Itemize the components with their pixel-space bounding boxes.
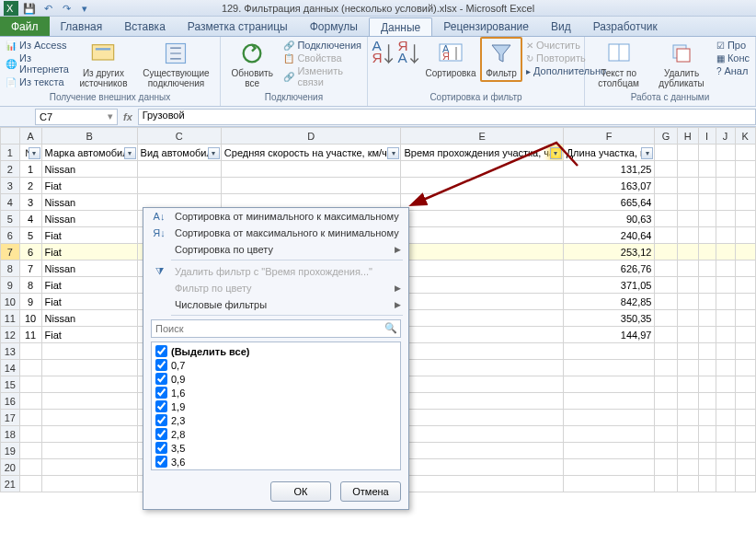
cell-empty[interactable]: [677, 393, 698, 410]
remove-dup-button[interactable]: Удалить дубликаты: [652, 39, 711, 90]
redo-icon[interactable]: ↷: [59, 1, 74, 16]
consolidate-button[interactable]: ▦ Конс: [716, 52, 750, 64]
cell-empty[interactable]: [401, 376, 563, 393]
filter-toggle-D[interactable]: ▾: [387, 147, 399, 159]
cell-empty[interactable]: [677, 360, 698, 376]
number-filters-item[interactable]: Числовые фильтры ▶: [143, 296, 408, 313]
cell-empty[interactable]: [716, 376, 735, 393]
cell-empty[interactable]: [716, 277, 735, 294]
filter-toggle-C[interactable]: ▾: [208, 147, 220, 159]
properties-button[interactable]: 📋 Свойства: [283, 52, 361, 64]
cell-empty[interactable]: [19, 410, 41, 426]
col-header-I[interactable]: I: [698, 128, 716, 145]
undo-icon[interactable]: ↶: [40, 1, 55, 16]
row-header-2[interactable]: 2: [1, 161, 20, 178]
cell-empty[interactable]: [698, 310, 716, 327]
cell-D3[interactable]: [221, 178, 401, 194]
cell-B11[interactable]: Nissan: [41, 310, 137, 327]
row-header-17[interactable]: 17: [1, 410, 20, 426]
cell-empty[interactable]: [655, 310, 677, 327]
cell-empty[interactable]: [735, 294, 755, 310]
edit-links-button[interactable]: 🔗 Изменить связи: [283, 64, 361, 88]
cell-empty[interactable]: [655, 327, 677, 343]
cell-empty[interactable]: [698, 244, 716, 260]
cell-empty[interactable]: [655, 360, 677, 376]
tab-file[interactable]: Файл: [0, 17, 50, 36]
row-header-13[interactable]: 13: [1, 343, 20, 360]
cell-empty[interactable]: [41, 343, 137, 360]
cell-empty[interactable]: [19, 459, 41, 476]
row-header-3[interactable]: 3: [1, 178, 20, 194]
cell-empty[interactable]: [698, 327, 716, 343]
cell-empty[interactable]: [655, 244, 677, 260]
cell-B2[interactable]: Nissan: [41, 161, 137, 178]
filter-values-list[interactable]: (Выделить все)0,70,91,61,92,32,83,53,64,…: [151, 341, 401, 470]
cell-empty[interactable]: [401, 343, 563, 360]
existing-conn-button[interactable]: Существующие подключения: [138, 39, 214, 90]
filter-value-item[interactable]: 0,9: [154, 372, 398, 386]
sort-color-item[interactable]: Сортировка по цвету ▶: [143, 241, 408, 258]
cell-empty[interactable]: [716, 244, 735, 260]
tab-formulas[interactable]: Формулы: [299, 17, 369, 36]
cell-empty[interactable]: [677, 194, 698, 211]
cell-empty[interactable]: [655, 178, 677, 194]
cell-empty[interactable]: [655, 194, 677, 211]
cell-empty[interactable]: [677, 277, 698, 294]
sort-asc-item[interactable]: A↓ Сортировка от минимального к максимал…: [143, 208, 408, 225]
cell-A2[interactable]: 1: [19, 161, 41, 178]
cell-empty[interactable]: [735, 145, 755, 161]
col-header-G[interactable]: G: [655, 128, 677, 145]
row-header-7[interactable]: 7: [1, 244, 20, 260]
cell-empty[interactable]: [698, 343, 716, 360]
cell-empty[interactable]: [41, 376, 137, 393]
from-access-button[interactable]: 📊 Из Access: [6, 39, 69, 52]
cell-B3[interactable]: Fiat: [41, 178, 137, 194]
row-header-14[interactable]: 14: [1, 360, 20, 376]
row-header-1[interactable]: 1: [1, 145, 20, 161]
checkbox-value[interactable]: [155, 387, 167, 399]
cell-D2[interactable]: [221, 161, 401, 178]
cell-empty[interactable]: [19, 393, 41, 410]
qat-dropdown-icon[interactable]: ▾: [77, 1, 92, 16]
save-icon[interactable]: 💾: [22, 1, 37, 16]
cell-empty[interactable]: [716, 327, 735, 343]
cell-empty[interactable]: [716, 393, 735, 410]
cell-F6[interactable]: 240,64: [563, 227, 655, 244]
cell-empty[interactable]: [716, 161, 735, 178]
cell-empty[interactable]: [735, 459, 755, 476]
filter-value-item[interactable]: 1,6: [154, 386, 398, 399]
cell-empty[interactable]: [19, 376, 41, 393]
checkbox-value[interactable]: [155, 442, 167, 454]
cell-F11[interactable]: 350,35: [563, 310, 655, 327]
cell-empty[interactable]: [677, 476, 698, 492]
cell-empty[interactable]: [41, 393, 137, 410]
filter-toggle-B[interactable]: ▾: [124, 147, 136, 159]
cell-empty[interactable]: [655, 376, 677, 393]
cell-empty[interactable]: [655, 161, 677, 178]
cell-empty[interactable]: [563, 343, 655, 360]
cell-empty[interactable]: [716, 178, 735, 194]
col-header-A[interactable]: A: [19, 128, 41, 145]
cell-B4[interactable]: Nissan: [41, 194, 137, 211]
row-header-15[interactable]: 15: [1, 376, 20, 393]
cell-empty[interactable]: [735, 178, 755, 194]
from-text-button[interactable]: 📄 Из текста: [6, 75, 69, 88]
formula-input[interactable]: Грузовой: [138, 109, 756, 125]
cell-empty[interactable]: [655, 443, 677, 459]
tab-dev[interactable]: Разработчик: [582, 17, 669, 36]
cell-empty[interactable]: [677, 410, 698, 426]
filter-toggle-E[interactable]: ▾: [550, 147, 562, 159]
cell-empty[interactable]: [677, 426, 698, 443]
cell-B9[interactable]: Fiat: [41, 277, 137, 294]
cell-F3[interactable]: 163,07: [563, 178, 655, 194]
cell-empty[interactable]: [698, 443, 716, 459]
cell-A6[interactable]: 5: [19, 227, 41, 244]
cell-empty[interactable]: [716, 360, 735, 376]
from-web-button[interactable]: 🌐 Из Интернета: [6, 52, 69, 75]
refresh-all-button[interactable]: Обновить все: [226, 39, 278, 90]
cell-empty[interactable]: [655, 277, 677, 294]
cell-empty[interactable]: [655, 410, 677, 426]
cell-empty[interactable]: [735, 310, 755, 327]
cell-empty[interactable]: [401, 459, 563, 476]
cell-empty[interactable]: [698, 393, 716, 410]
